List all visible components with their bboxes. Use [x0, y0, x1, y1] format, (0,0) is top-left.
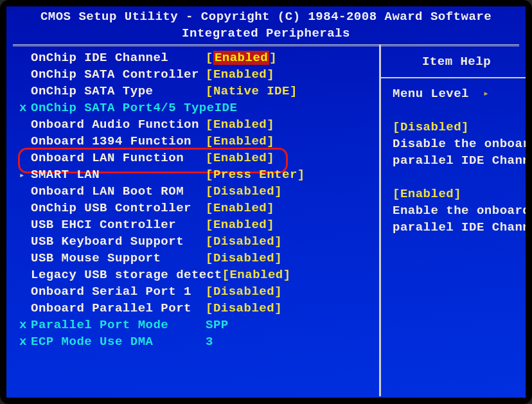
setting-row[interactable]: Onboard LAN Boot ROM[Disabled] [19, 184, 374, 200]
setting-label: Onboard Audio Function [31, 117, 206, 134]
setting-label: Parallel Port Mode [31, 317, 206, 334]
setting-row[interactable]: Onboard 1394 Function[Enabled] [19, 134, 374, 150]
setting-row[interactable]: USB EHCI Controller[Enabled] [19, 217, 374, 234]
setting-value: [Disabled] [206, 184, 282, 200]
help-title: Item Help [393, 50, 520, 77]
setting-value: [Disabled] [206, 234, 282, 250]
setting-value: 3 [206, 334, 213, 351]
setting-label: Onboard Parallel Port [31, 301, 206, 317]
setting-value: [Disabled] [206, 250, 282, 267]
setting-row[interactable]: Onboard Serial Port 1[Disabled] [19, 284, 374, 301]
setting-row[interactable]: Onboard Parallel Port[Disabled] [19, 301, 374, 317]
setting-label: Legacy USB storage detect [31, 267, 222, 284]
help-text: parallel IDE Chann [393, 220, 520, 236]
setting-value: [Enabled] [206, 50, 277, 67]
setting-row[interactable]: USB Mouse Support[Disabled] [19, 250, 374, 267]
setting-row[interactable]: OnChip SATA Type[Native IDE] [19, 83, 374, 100]
setting-row: xECP Mode Use DMA3 [19, 334, 374, 351]
setting-label: OnChip SATA Controller [31, 67, 206, 83]
setting-label: Onboard Serial Port 1 [31, 284, 206, 301]
setting-row: xParallel Port ModeSPP [19, 317, 374, 334]
setting-label: ECP Mode Use DMA [31, 334, 206, 351]
setting-label: USB Keyboard Support [31, 234, 206, 250]
menu-level: Menu Level ▸ [393, 86, 520, 103]
setting-row[interactable]: OnChip IDE Channel[Enabled] [19, 50, 374, 67]
help-heading: [Enabled] [393, 186, 520, 203]
setting-label: Onboard LAN Function [31, 150, 206, 167]
setting-row[interactable]: Onboard LAN Function[Enabled] [19, 150, 374, 167]
setting-value: IDE [215, 100, 238, 117]
row-prefix: x [19, 334, 31, 351]
row-prefix [19, 167, 31, 184]
setting-row[interactable]: USB Keyboard Support[Disabled] [19, 234, 374, 250]
setting-label: Onboard 1394 Function [31, 134, 206, 150]
setting-value: [Disabled] [206, 301, 282, 317]
setting-label: OnChip USB Controller [31, 200, 206, 217]
setting-label: Onboard LAN Boot ROM [31, 184, 206, 200]
help-panel: Item Help Menu Level ▸ [Disabled]Disable… [381, 46, 526, 396]
setting-label: USB EHCI Controller [31, 217, 206, 234]
setting-row[interactable]: OnChip USB Controller[Enabled] [19, 200, 374, 217]
setting-value: [Enabled] [206, 134, 274, 150]
setting-row: xOnChip SATA Port4/5 TypeIDE [19, 100, 374, 117]
settings-panel: OnChip IDE Channel[Enabled]OnChip SATA C… [6, 46, 379, 396]
setting-label: SMART LAN [31, 167, 206, 184]
setting-label: OnChip SATA Type [31, 83, 206, 100]
help-text: parallel IDE Chann [393, 153, 520, 170]
page-title: CMOS Setup Utility - Copyright (C) 1984-… [40, 10, 492, 24]
setting-row[interactable]: OnChip SATA Controller[Enabled] [19, 67, 374, 83]
help-text: Enable the onboard [393, 203, 520, 220]
setting-value: [Press Enter] [206, 167, 305, 184]
setting-value: [Enabled] [206, 67, 274, 83]
setting-row[interactable]: SMART LAN[Press Enter] [19, 167, 374, 184]
row-prefix: x [19, 100, 31, 117]
help-heading: [Disabled] [393, 119, 520, 136]
setting-value: [Enabled] [206, 150, 274, 167]
page-subtitle: Integrated Peripherals [6, 26, 526, 42]
help-divider [381, 77, 526, 78]
chevron-right-icon: ▸ [483, 88, 490, 101]
help-text: Disable the onboar [393, 136, 520, 153]
setting-label: OnChip SATA Port4/5 Type [31, 100, 215, 117]
setting-value: [Enabled] [206, 117, 274, 134]
setting-value: [Disabled] [206, 284, 282, 301]
setting-row[interactable]: Onboard Audio Function[Enabled] [19, 117, 374, 134]
setting-value: [Enabled] [206, 217, 274, 234]
setting-label: USB Mouse Support [31, 250, 206, 267]
setting-value: [Native IDE] [206, 83, 297, 100]
setting-row[interactable]: Legacy USB storage detect[Enabled] [19, 267, 374, 284]
setting-value: SPP [206, 317, 229, 334]
row-prefix: x [19, 317, 31, 334]
setting-label: OnChip IDE Channel [31, 50, 206, 67]
setting-value: [Enabled] [206, 200, 274, 217]
setting-value: [Enabled] [222, 267, 291, 284]
